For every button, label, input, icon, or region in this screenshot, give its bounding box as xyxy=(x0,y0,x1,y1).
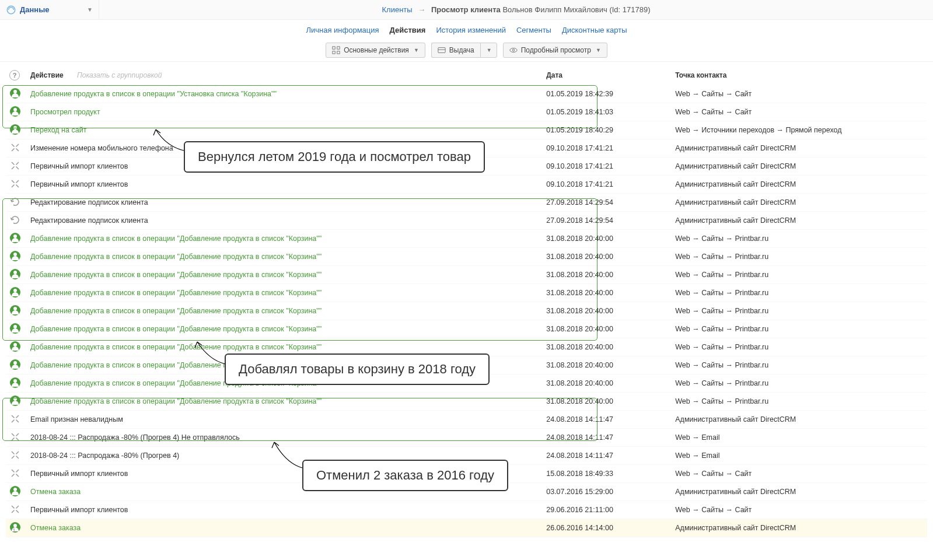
data-menu[interactable]: Данные ▼ xyxy=(0,0,99,19)
row-action[interactable]: Добавление продукта в список в операции … xyxy=(30,397,322,405)
row-action[interactable]: Добавление продукта в список в операции … xyxy=(30,235,322,243)
table-row[interactable]: Переход на сайт01.05.2019 18:40:29Web → … xyxy=(6,121,927,139)
row-date-cell: 01.05.2019 18:40:29 xyxy=(543,121,672,139)
tools-icon xyxy=(9,449,21,461)
row-date: 24.08.2018 14:11:47 xyxy=(546,415,613,424)
detailed-view-label: Подробный просмотр xyxy=(521,46,591,54)
row-point-cell: Web → Сайты → Printbar.ru xyxy=(672,230,927,248)
row-date-cell: 31.08.2018 20:40:00 xyxy=(543,393,672,411)
tools-icon xyxy=(9,413,21,425)
table-row[interactable]: Просмотрел продукт01.05.2019 18:41:03Web… xyxy=(6,103,927,121)
row-action[interactable]: Отмена заказа xyxy=(30,488,81,496)
issue-caret-button[interactable]: ▼ xyxy=(480,43,497,58)
main-actions-label: Основные действия xyxy=(344,46,409,54)
row-point: Web → Сайты → Printbar.ru xyxy=(675,289,768,297)
row-action[interactable]: Отмена заказа xyxy=(30,524,81,532)
table-row[interactable]: Добавление продукта в список в операции … xyxy=(6,85,927,103)
person-icon xyxy=(9,88,21,99)
tab-history[interactable]: История изменений xyxy=(436,26,506,38)
help-col: ? xyxy=(6,62,27,85)
row-action[interactable]: Добавление продукта в список в операции … xyxy=(30,289,322,297)
row-action-cell: Редактирование подписок клиента xyxy=(27,212,543,230)
table-row[interactable]: Редактирование подписок клиента27.09.201… xyxy=(6,194,927,212)
table-row[interactable]: Первичный импорт клиентов29.06.2016 21:1… xyxy=(6,501,927,519)
table-row[interactable]: Добавление продукта в список в операции … xyxy=(6,230,927,248)
table-row[interactable]: Добавление продукта в список в операции … xyxy=(6,248,927,266)
row-date: 01.05.2019 18:40:29 xyxy=(546,126,613,134)
row-action[interactable]: Добавление продукта в список в операции … xyxy=(30,271,322,279)
row-point-cell: Web → Сайты → Printbar.ru xyxy=(672,302,927,320)
row-date-cell: 01.05.2019 18:41:03 xyxy=(543,103,672,121)
row-date-cell: 09.10.2018 17:41:21 xyxy=(543,139,672,158)
table-row[interactable]: Email признан невалидным24.08.2018 14:11… xyxy=(6,411,927,429)
person-icon xyxy=(9,359,21,370)
row-date-cell: 31.08.2018 20:40:00 xyxy=(543,266,672,284)
row-date-cell: 31.08.2018 20:40:00 xyxy=(543,356,672,374)
row-action-cell: Первичный импорт клиентов xyxy=(27,176,543,194)
row-point-cell: Web → Email xyxy=(672,447,927,465)
person-icon xyxy=(9,341,21,352)
row-action-cell: Просмотрел продукт xyxy=(27,103,543,121)
main-actions-button[interactable]: Основные действия ▼ xyxy=(326,43,425,58)
tools-icon xyxy=(9,178,21,190)
person-icon xyxy=(9,232,21,244)
row-point: Административный сайт DirectCRM xyxy=(675,180,796,188)
row-action-cell: Добавление продукта в список в операции … xyxy=(27,248,543,266)
row-action-cell: Добавление продукта в список в операции … xyxy=(27,230,543,248)
table-row[interactable]: Добавление продукта в список в операции … xyxy=(6,284,927,302)
row-icon-cell xyxy=(6,411,27,429)
row-point: Web → Сайты → Printbar.ru xyxy=(675,361,768,369)
tabs: Личная информация Действия История измен… xyxy=(306,26,627,38)
table-row[interactable]: 2018-08-24 ::: Распродажа -80% (Прогрев … xyxy=(6,429,927,447)
row-point: Web → Сайты → Printbar.ru xyxy=(675,397,768,405)
svg-rect-3 xyxy=(333,51,335,54)
row-point-cell: Web → Email xyxy=(672,429,927,447)
row-action[interactable]: Добавление продукта в список в операции … xyxy=(30,325,322,333)
help-icon[interactable]: ? xyxy=(9,70,20,80)
row-date-cell: 31.08.2018 20:40:00 xyxy=(543,284,672,302)
row-icon-cell xyxy=(6,465,27,483)
row-point: Административный сайт DirectCRM xyxy=(675,198,796,206)
svg-rect-5 xyxy=(438,48,445,53)
tab-actions[interactable]: Действия xyxy=(390,26,426,38)
row-action[interactable]: Добавление продукта в список в операции … xyxy=(30,343,322,351)
table-row[interactable]: Добавление продукта в список в операции … xyxy=(6,266,927,284)
row-action[interactable]: Просмотрел продукт xyxy=(30,108,100,116)
row-icon-cell xyxy=(6,447,27,465)
show-with-grouping[interactable]: Показать с группировкой xyxy=(77,71,162,79)
person-icon xyxy=(9,124,21,135)
issue-button[interactable]: Выдача xyxy=(431,43,480,58)
row-action[interactable]: Добавление продукта в список в операции … xyxy=(30,90,277,98)
row-icon-cell xyxy=(6,302,27,320)
tab-discount[interactable]: Дисконтные карты xyxy=(562,26,627,38)
tab-segments[interactable]: Сегменты xyxy=(516,26,551,38)
row-action[interactable]: Добавление продукта в список в операции … xyxy=(30,253,322,261)
row-icon-cell xyxy=(6,284,27,302)
row-action[interactable]: Переход на сайт xyxy=(30,126,86,134)
row-action[interactable]: Добавление продукта в список в операции … xyxy=(30,307,322,315)
row-point: Web → Сайты → Printbar.ru xyxy=(675,325,768,333)
issue-label: Выдача xyxy=(449,46,474,54)
table-row[interactable]: Добавление продукта в список в операции … xyxy=(6,393,927,411)
table-row[interactable]: Добавление продукта в список в операции … xyxy=(6,320,927,338)
row-icon-cell xyxy=(6,212,27,230)
caret-down-icon: ▼ xyxy=(87,6,93,13)
row-icon-cell xyxy=(6,266,27,284)
row-date: 31.08.2018 20:40:00 xyxy=(546,361,613,369)
row-icon-cell xyxy=(6,374,27,393)
row-point: Административный сайт DirectCRM xyxy=(675,488,796,496)
table-row[interactable]: Добавление продукта в список в операции … xyxy=(6,302,927,320)
caret-down-icon: ▼ xyxy=(487,47,492,53)
table-row[interactable]: Редактирование подписок клиента27.09.201… xyxy=(6,212,927,230)
row-point: Web → Сайты → Printbar.ru xyxy=(675,307,768,315)
person-icon xyxy=(9,106,21,117)
breadcrumb-clients[interactable]: Клиенты xyxy=(382,5,412,14)
detailed-view-button[interactable]: Подробный просмотр ▼ xyxy=(503,43,607,58)
data-menu-label: Данные xyxy=(20,5,83,14)
tab-personal[interactable]: Личная информация xyxy=(306,26,379,38)
table-row[interactable]: Первичный импорт клиентов09.10.2018 17:4… xyxy=(6,176,927,194)
row-point: Web → Сайты → Printbar.ru xyxy=(675,343,768,351)
row-action: Редактирование подписок клиента xyxy=(30,216,148,225)
table-row[interactable]: 1Отмена заказа26.06.2016 14:14:00Админис… xyxy=(6,519,927,537)
svg-rect-2 xyxy=(337,47,340,49)
